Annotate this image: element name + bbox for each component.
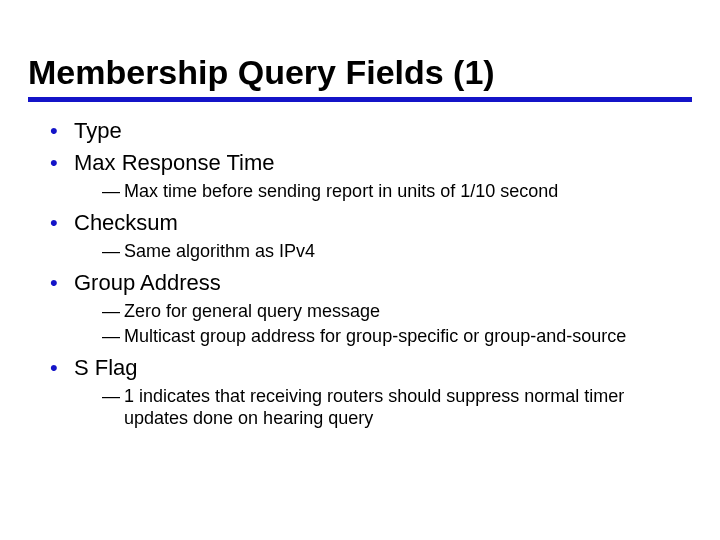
list-item: Group Address Zero for general query mes…: [54, 268, 692, 347]
list-item: Max Response Time Max time before sendin…: [54, 148, 692, 202]
sub-item: Max time before sending report in units …: [102, 180, 692, 203]
slide-title: Membership Query Fields (1): [28, 54, 692, 91]
bullet-label: S Flag: [74, 355, 138, 380]
sub-list: 1 indicates that receiving routers shoul…: [74, 385, 692, 430]
bullet-label: Group Address: [74, 270, 221, 295]
sub-item: Same algorithm as IPv4: [102, 240, 692, 263]
list-item: Type: [54, 116, 692, 146]
list-item: S Flag 1 indicates that receiving router…: [54, 353, 692, 430]
title-underline: [28, 97, 692, 102]
list-item: Checksum Same algorithm as IPv4: [54, 208, 692, 262]
bullet-label: Max Response Time: [74, 150, 275, 175]
sub-list: Same algorithm as IPv4: [74, 240, 692, 263]
sub-list: Zero for general query message Multicast…: [74, 300, 692, 347]
sub-item: Zero for general query message: [102, 300, 692, 323]
bullet-list: Type Max Response Time Max time before s…: [28, 116, 692, 429]
slide: Membership Query Fields (1) Type Max Res…: [0, 0, 720, 456]
bullet-label: Type: [74, 118, 122, 143]
bullet-label: Checksum: [74, 210, 178, 235]
sub-list: Max time before sending report in units …: [74, 180, 692, 203]
sub-item: Multicast group address for group-specif…: [102, 325, 692, 348]
sub-item: 1 indicates that receiving routers shoul…: [102, 385, 692, 430]
